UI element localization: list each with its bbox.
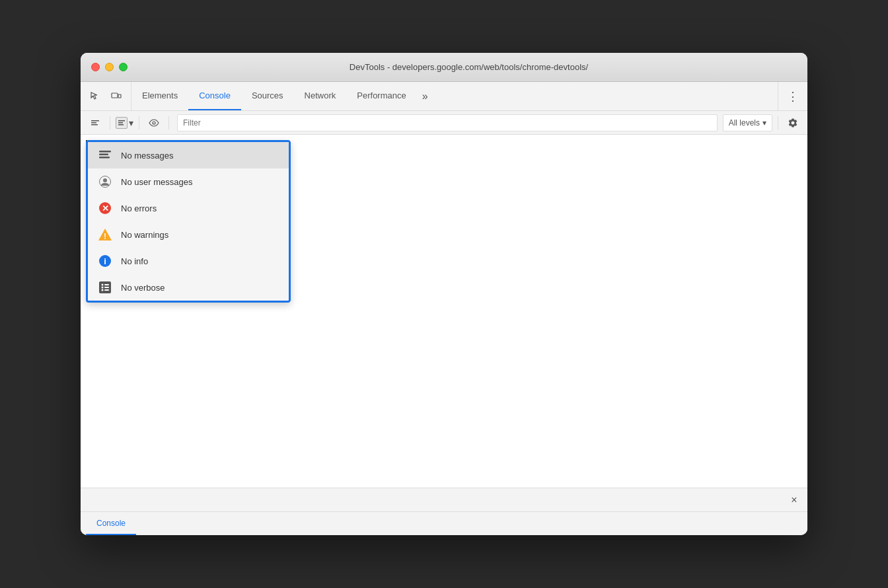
dropdown-item-verbose[interactable]: No verbose [88, 274, 289, 301]
error-icon: ✕ [98, 202, 112, 215]
svg-point-23 [102, 289, 104, 291]
svg-point-22 [102, 287, 104, 289]
log-level-dropdown: No messages No user messages [86, 140, 291, 303]
dropdown-item-warnings[interactable]: ! No warnings [88, 221, 289, 248]
info-icon: i [98, 254, 112, 268]
messages-icon [98, 149, 112, 162]
traffic-lights [91, 63, 128, 71]
filter-input-wrapper [177, 114, 718, 131]
title-bar: DevTools - developers.google.com/web/too… [81, 53, 807, 82]
svg-point-21 [102, 284, 104, 286]
svg-rect-25 [104, 287, 109, 288]
close-drawer-button[interactable]: × [786, 492, 802, 508]
close-traffic-light[interactable] [91, 63, 100, 71]
svg-rect-24 [104, 284, 109, 285]
svg-rect-10 [99, 154, 108, 156]
toolbar-separator-2 [139, 116, 139, 129]
dropdown-arrow-icon: ▾ [129, 118, 133, 128]
inspect-element-icon[interactable] [86, 87, 104, 106]
toolbar-separator [110, 116, 110, 129]
tab-sources[interactable]: Sources [241, 82, 294, 110]
verbose-icon [98, 281, 112, 294]
devtools-toolbar: Elements Console Sources Network Perform… [81, 82, 807, 111]
dropdown-item-messages[interactable]: No messages [88, 142, 289, 168]
toolbar-icons-group [81, 82, 131, 110]
console-bottom-tab[interactable]: Console [86, 512, 136, 535]
svg-rect-6 [118, 122, 123, 124]
svg-rect-26 [104, 289, 109, 291]
dropdown-item-user-messages[interactable]: No user messages [88, 168, 289, 195]
all-levels-dropdown[interactable]: All levels ▾ [723, 114, 772, 131]
warning-icon: ! [98, 228, 112, 241]
toolbar-separator-3 [168, 116, 169, 129]
device-toggle-icon[interactable] [107, 87, 126, 106]
console-toolbar: ▾ All levels ▾ [81, 111, 807, 135]
svg-rect-4 [91, 124, 98, 126]
status-bar: × [81, 488, 807, 511]
clear-console-button[interactable] [86, 114, 104, 132]
user-messages-icon [98, 175, 112, 188]
tab-network[interactable]: Network [294, 82, 347, 110]
svg-rect-7 [118, 124, 124, 126]
svg-rect-11 [99, 157, 110, 159]
svg-rect-1 [118, 94, 121, 98]
toolbar-separator-4 [778, 116, 778, 129]
maximize-traffic-light[interactable] [119, 63, 128, 71]
svg-text:i: i [104, 256, 106, 266]
svg-rect-9 [99, 151, 111, 153]
svg-rect-5 [118, 120, 125, 122]
dropdown-item-info[interactable]: i No info [88, 248, 289, 274]
devtools-window: DevTools - developers.google.com/web/too… [81, 53, 807, 535]
dropdown-item-errors[interactable]: ✕ No errors [88, 195, 289, 221]
svg-rect-0 [112, 93, 118, 98]
main-tabs: Elements Console Sources Network Perform… [131, 82, 778, 110]
window-title: DevTools - developers.google.com/web/too… [141, 62, 797, 72]
eye-icon[interactable] [145, 114, 163, 132]
svg-rect-3 [91, 122, 96, 124]
svg-point-8 [153, 122, 155, 124]
svg-point-13 [103, 178, 107, 182]
svg-rect-2 [91, 120, 99, 122]
settings-icon[interactable] [784, 114, 802, 132]
minimize-traffic-light[interactable] [105, 63, 114, 71]
tab-performance[interactable]: Performance [346, 82, 416, 110]
more-tabs-button[interactable]: » [417, 82, 433, 110]
console-context-icon [116, 117, 128, 129]
filter-input[interactable] [183, 118, 712, 128]
svg-text:!: ! [104, 232, 106, 240]
toolbar-right: ⋮ [778, 82, 807, 110]
devtools-menu-button[interactable]: ⋮ [784, 87, 802, 106]
dropdown-trigger[interactable]: ▾ [116, 117, 133, 129]
bottom-tab-area: Console [81, 511, 807, 535]
tab-elements[interactable]: Elements [131, 82, 188, 110]
svg-text:✕: ✕ [102, 203, 109, 213]
tab-console[interactable]: Console [188, 82, 241, 110]
main-content: No messages No user messages [81, 135, 807, 488]
